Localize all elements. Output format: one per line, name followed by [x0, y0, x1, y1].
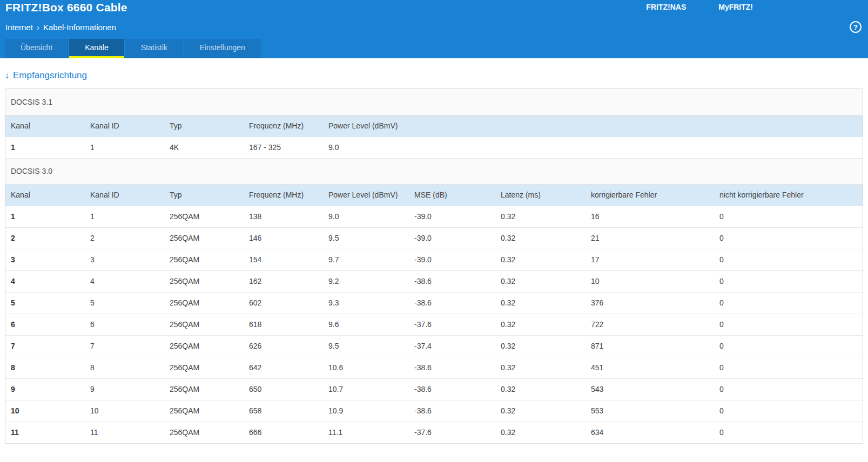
tab-kanaele[interactable]: Kanäle: [69, 39, 124, 58]
docsis30-header-row: KanalKanal IDTypFrequenz (MHz)Power Leve…: [5, 184, 863, 206]
table-cell: 10: [85, 400, 164, 422]
table-row: 114K167 - 3259.0: [5, 137, 863, 158]
column-header: Frequenz (MHz): [244, 115, 323, 137]
main-content: ↓ Empfangsrichtung DOCSIS 3.1 KanalKanal…: [0, 70, 868, 444]
table-cell: 543: [586, 378, 714, 400]
column-header-filler: [409, 115, 863, 137]
table-cell: 0.32: [495, 357, 586, 378]
table-cell: 658: [244, 400, 323, 422]
docsis30-section-title: DOCSIS 3.0: [5, 158, 863, 184]
table-cell: 11: [5, 422, 85, 443]
table-cell: 256QAM: [164, 292, 244, 314]
table-row: 44256QAM1629.2-38.60.32100: [5, 270, 863, 292]
table-row: 66256QAM6189.6-37.60.327220: [5, 314, 863, 335]
column-header: MSE (dB): [409, 184, 495, 206]
docsis31-section: DOCSIS 3.1 KanalKanal IDTypFrequenz (MHz…: [5, 89, 863, 137]
table-cell: 0: [714, 270, 863, 292]
docsis30-body: 11256QAM1389.0-39.00.3216022256QAM1469.5…: [5, 206, 863, 443]
title-row: FRITZ!Box 6660 Cable FRITZ!NAS MyFRITZ!: [0, 0, 868, 15]
table-cell: 4K: [164, 137, 244, 158]
table-row: 1010256QAM65810.9-38.60.325530: [5, 400, 863, 422]
table-cell: 10.7: [323, 378, 409, 400]
breadcrumb: Internet › Kabel-Informationen: [5, 23, 116, 32]
table-cell: -39.0: [409, 249, 495, 270]
table-cell: 0: [714, 400, 863, 422]
breadcrumb-internet[interactable]: Internet: [5, 23, 33, 32]
table-cell: 8: [5, 357, 85, 378]
table-cell: 138: [244, 206, 323, 227]
docsis-channels-table: DOCSIS 3.1 KanalKanal IDTypFrequenz (MHz…: [5, 89, 863, 444]
table-cell: 5: [5, 292, 85, 314]
column-header: Power Level (dBmV): [323, 184, 409, 206]
help-icon[interactable]: ?: [850, 21, 862, 33]
myfritz-link[interactable]: MyFRITZ!: [718, 3, 753, 11]
table-row: 33256QAM1549.7-39.00.32170: [5, 249, 863, 270]
tab-uebersicht[interactable]: Übersicht: [5, 39, 68, 58]
table-cell: 10: [586, 270, 714, 292]
table-cell: 9.3: [323, 292, 409, 314]
table-cell: 5: [85, 292, 164, 314]
table-cell: 871: [586, 335, 714, 357]
table-cell: 9.2: [323, 270, 409, 292]
table-cell: 0: [714, 335, 863, 357]
column-header: Latenz (ms): [495, 184, 586, 206]
table-cell: 650: [244, 378, 323, 400]
tab-einstellungen[interactable]: Einstellungen: [184, 39, 261, 58]
table-cell: 4: [85, 270, 164, 292]
docsis31-section-title: DOCSIS 3.1: [5, 89, 863, 115]
table-cell: -38.6: [409, 400, 495, 422]
table-cell: 6: [5, 314, 85, 335]
fritznas-link[interactable]: FRITZ!NAS: [646, 3, 686, 11]
table-cell: 7: [5, 335, 85, 357]
table-cell: 0: [714, 292, 863, 314]
column-header: Frequenz (MHz): [244, 184, 323, 206]
docsis31-body: 114K167 - 3259.0: [5, 137, 863, 158]
table-cell: 1: [5, 206, 85, 227]
section-title-row: DOCSIS 3.1: [5, 89, 863, 115]
table-cell: 154: [244, 249, 323, 270]
table-cell: 16: [586, 206, 714, 227]
table-cell: 9.7: [323, 249, 409, 270]
table-cell: 618: [244, 314, 323, 335]
table-cell: 9.6: [323, 314, 409, 335]
table-cell: 9.5: [323, 335, 409, 357]
table-row: 11256QAM1389.0-39.00.32160: [5, 206, 863, 227]
empfangsrichtung-label: Empfangsrichtung: [13, 70, 87, 81]
tab-bar: Übersicht Kanäle Statistik Einstellungen: [0, 39, 868, 58]
column-header: Typ: [164, 184, 244, 206]
table-cell: 0.32: [495, 206, 586, 227]
table-cell: 256QAM: [164, 249, 244, 270]
table-cell: 0.32: [495, 292, 586, 314]
table-cell: 11: [85, 422, 164, 443]
table-cell: 0.32: [495, 249, 586, 270]
table-row: 99256QAM65010.7-38.60.325430: [5, 378, 863, 400]
table-cell: 722: [586, 314, 714, 335]
table-cell: 256QAM: [164, 357, 244, 378]
table-cell: 256QAM: [164, 400, 244, 422]
section-title-row: DOCSIS 3.0: [5, 158, 863, 184]
table-cell: 9.0: [323, 206, 409, 227]
table-cell: 11.1: [323, 422, 409, 443]
table-cell: -38.6: [409, 357, 495, 378]
table-cell: 3: [5, 249, 85, 270]
empfangsrichtung-heading: ↓ Empfangsrichtung: [5, 70, 863, 81]
table-cell: 10.9: [323, 400, 409, 422]
table-cell: -37.6: [409, 314, 495, 335]
table-cell: -39.0: [409, 206, 495, 227]
table-cell: 634: [586, 422, 714, 443]
table-cell: 0.32: [495, 335, 586, 357]
table-cell: 0: [714, 249, 863, 270]
table-cell: 10: [5, 400, 85, 422]
table-cell: 256QAM: [164, 378, 244, 400]
channels-table-container: DOCSIS 3.1 KanalKanal IDTypFrequenz (MHz…: [5, 89, 863, 444]
table-cell: 642: [244, 357, 323, 378]
table-cell: 451: [586, 357, 714, 378]
table-cell: 4: [5, 270, 85, 292]
column-header: Kanal ID: [85, 184, 164, 206]
table-row: 1111256QAM66611.1-37.60.326340: [5, 422, 863, 443]
breadcrumb-row: Internet › Kabel-Informationen ?: [0, 15, 868, 39]
table-cell: 0: [714, 206, 863, 227]
table-cell: 376: [586, 292, 714, 314]
tab-statistik[interactable]: Statistik: [125, 39, 183, 58]
table-cell: 0: [714, 314, 863, 335]
